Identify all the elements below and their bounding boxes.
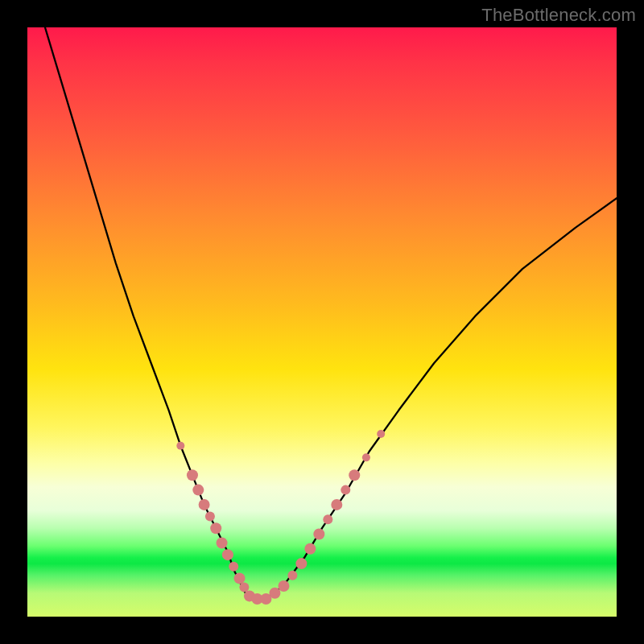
highlight-markers	[176, 430, 385, 605]
curve-marker	[287, 571, 297, 580]
curve-marker	[278, 580, 289, 592]
curve-marker	[349, 469, 360, 481]
curve-marker	[229, 562, 238, 572]
curve-marker	[192, 485, 204, 496]
curve-marker	[377, 430, 385, 438]
curve-marker	[239, 582, 249, 592]
chart-svg	[27, 27, 617, 617]
curve-marker	[187, 469, 198, 481]
curve-marker	[205, 512, 215, 522]
curve-marker	[176, 442, 184, 450]
plot-area	[27, 27, 617, 617]
curve-marker	[217, 538, 228, 549]
curve-marker	[323, 514, 332, 524]
curve-marker	[313, 529, 324, 540]
curve-marker	[199, 499, 210, 510]
curve-marker	[295, 558, 307, 569]
curve-marker	[304, 543, 316, 555]
curve-marker	[269, 588, 280, 599]
curve-marker	[341, 485, 350, 495]
curve-marker	[362, 453, 370, 461]
curve-marker	[210, 522, 221, 534]
watermark-text: TheBottleneck.com	[481, 5, 636, 26]
chart-frame: TheBottleneck.com	[0, 0, 644, 644]
bottleneck-curve-path	[45, 27, 617, 599]
curve-marker	[222, 549, 233, 560]
bottleneck-curve	[45, 27, 617, 599]
curve-marker	[234, 572, 246, 584]
curve-marker	[331, 499, 342, 510]
